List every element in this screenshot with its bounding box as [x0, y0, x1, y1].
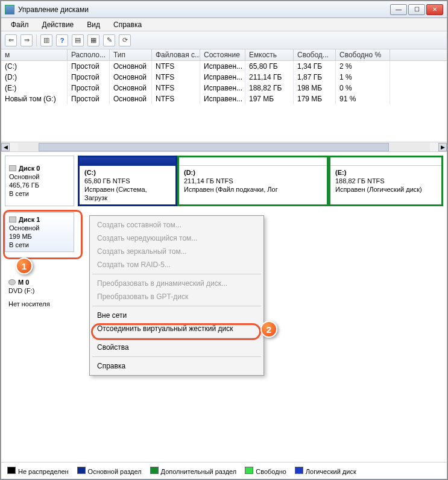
menubar: Файл Действие Вид Справка [1, 18, 447, 31]
ctx-create-raid5: Создать том RAID-5... [91, 258, 262, 271]
scroll-right-arrow[interactable]: ▶ [438, 143, 447, 151]
ctx-convert-gpt: Преобразовать в GPT-диск [91, 290, 262, 303]
graphical-disk-pane: Диск 0 Основной 465,76 ГБ В сети (C:) 65… [1, 152, 447, 462]
app-icon [5, 5, 14, 14]
volume-list-pane: м Располо... Тип Файловая с... Состояние… [1, 49, 447, 152]
legend: Не распределен Основной раздел Дополните… [1, 462, 447, 479]
horizontal-scrollbar[interactable]: ◀ ▶ [1, 142, 447, 151]
ctx-help[interactable]: Справка [91, 359, 262, 373]
partition-header [330, 157, 441, 166]
legend-free: Свободно [245, 467, 286, 475]
view-top-button[interactable]: ▦ [87, 34, 99, 46]
context-menu: Создать составной том... Создать чередую… [89, 215, 264, 376]
help-button[interactable]: ? [56, 34, 68, 46]
ctx-properties[interactable]: Свойства [91, 341, 262, 354]
ctx-create-mirror: Создать зеркальный том... [91, 245, 262, 258]
column-type[interactable]: Тип [110, 49, 152, 60]
disk1-area: Диск 1 Основной 199 МБ В сети M 0 DVD (F… [5, 212, 443, 393]
refresh-icon: ⟳ [122, 36, 128, 44]
ctx-separator [92, 306, 261, 306]
properties-button[interactable]: ✎ [103, 34, 115, 46]
annotation-badge-2: 2 [260, 321, 277, 338]
minimize-button[interactable]: — [390, 4, 407, 15]
ctx-create-spanned: Создать составной том... [91, 218, 262, 232]
volume-row[interactable]: Новый том (G:) Простой Основной NTFS Исп… [1, 93, 447, 104]
help-icon: ? [60, 37, 65, 44]
forward-button[interactable]: ⇒ [21, 34, 33, 46]
column-filesystem[interactable]: Файловая с... [152, 49, 200, 60]
partition-d[interactable]: (D:) 211,14 ГБ NTFS Исправен (Файл подка… [177, 156, 329, 206]
legend-unallocated: Не распределен [7, 467, 69, 475]
column-capacity[interactable]: Емкость [245, 49, 294, 60]
volume-list-body: (C:) Простой Основной NTFS Исправен... 6… [1, 61, 447, 142]
volume-row[interactable]: (E:) Простой Основной NTFS Исправен... 1… [1, 83, 447, 93]
tree-icon: ▥ [43, 36, 49, 44]
disk0-label[interactable]: Диск 0 Основной 465,76 ГБ В сети [5, 156, 74, 206]
volume-list-header: м Располо... Тип Файловая с... Состояние… [1, 49, 447, 61]
show-hide-console-tree-button[interactable]: ▥ [40, 34, 52, 46]
refresh-button[interactable]: ⟳ [119, 34, 131, 46]
cdrom-label[interactable]: M 0 DVD (F:) Нет носителя [5, 276, 74, 311]
annotation-badge-1: 1 [16, 257, 33, 274]
menu-file[interactable]: Файл [5, 19, 35, 30]
close-button[interactable]: ✕ [426, 4, 443, 15]
ctx-detach-vhd[interactable]: Отсоединить виртуальный жесткий диск [91, 322, 262, 335]
layout-bottom-icon: ▤ [75, 36, 81, 44]
toolbar: ⇐ ⇒ ▥ ? ▤ ▦ ✎ ⟳ [1, 31, 447, 49]
maximize-button[interactable]: ☐ [408, 4, 425, 15]
column-free-percent[interactable]: Свободно % [336, 49, 390, 60]
disk0-partitions: (C:) 65,80 ГБ NTFS Исправен (Система, За… [78, 156, 443, 206]
partition-e[interactable]: (E:) 188,82 ГБ NTFS Исправен (Логический… [329, 156, 443, 206]
menu-help[interactable]: Справка [107, 19, 148, 30]
disk-row-1: Диск 1 Основной 199 МБ В сети [5, 212, 74, 252]
ctx-separator [92, 338, 261, 338]
ctx-separator [92, 356, 261, 357]
disk-row-0: Диск 0 Основной 465,76 ГБ В сети (C:) 65… [5, 156, 443, 206]
partition-header [179, 157, 327, 166]
volume-row[interactable]: (D:) Простой Основной NTFS Исправен... 2… [1, 72, 447, 83]
partition-header [80, 157, 175, 166]
menu-view[interactable]: Вид [81, 19, 106, 30]
arrow-right-icon: ⇒ [24, 36, 30, 44]
view-bottom-button[interactable]: ▤ [72, 34, 84, 46]
toolbar-separator [36, 34, 37, 46]
column-free[interactable]: Свобод... [294, 49, 336, 60]
volume-row[interactable]: (C:) Простой Основной NTFS Исправен... 6… [1, 61, 447, 72]
back-button[interactable]: ⇐ [5, 34, 17, 46]
properties-icon: ✎ [107, 36, 112, 44]
column-layout[interactable]: Располо... [68, 49, 110, 60]
layout-top-icon: ▦ [90, 36, 96, 44]
disk-icon [9, 165, 16, 171]
column-status[interactable]: Состояние [200, 49, 245, 60]
ctx-create-striped: Создать чередующийся том... [91, 232, 262, 245]
cdrom-row: M 0 DVD (F:) Нет носителя [5, 276, 74, 311]
menu-action[interactable]: Действие [36, 19, 80, 30]
scroll-thumb[interactable] [39, 143, 389, 151]
legend-primary: Основной раздел [77, 467, 142, 475]
titlebar: Управление дисками — ☐ ✕ [1, 1, 447, 18]
scroll-left-arrow[interactable]: ◀ [1, 143, 10, 151]
legend-extended: Дополнительный раздел [150, 467, 237, 475]
scroll-track[interactable] [18, 143, 430, 151]
window-title: Управление дисками [18, 5, 89, 14]
disk-icon [9, 216, 16, 223]
column-name[interactable]: м [1, 49, 68, 60]
ctx-offline[interactable]: Вне сети [91, 309, 262, 322]
partition-c[interactable]: (C:) 65,80 ГБ NTFS Исправен (Система, За… [78, 156, 177, 206]
window: Управление дисками — ☐ ✕ Файл Действие В… [1, 1, 447, 479]
ctx-convert-dynamic: Преобразовать в динамический диск... [91, 277, 262, 290]
ctx-separator [92, 274, 261, 274]
cdrom-icon [8, 279, 16, 285]
arrow-left-icon: ⇐ [8, 36, 14, 44]
disk1-label[interactable]: Диск 1 Основной 199 МБ В сети [5, 212, 74, 252]
legend-logical: Логический диск [295, 467, 356, 475]
